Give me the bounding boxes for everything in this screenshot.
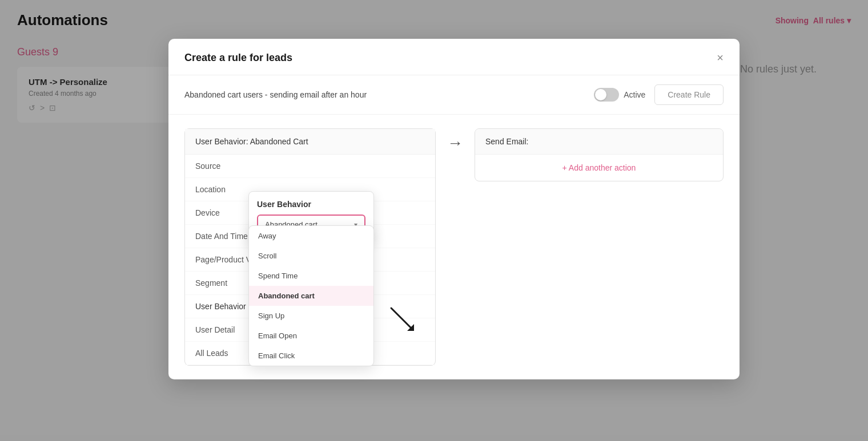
action-box: Send Email: + Add another action [475,128,724,181]
active-toggle-wrap: Active [594,88,645,102]
dropdown-item-abandoned-cart[interactable]: Abandoned cart [249,286,373,306]
arrow-pointer-icon [385,302,420,337]
dropdown-item-sign-up[interactable]: Sign Up [249,306,373,326]
modal-title: Create a rule for leads [184,52,292,64]
add-action-area: + Add another action [475,155,723,181]
flow-arrow: → [447,128,463,152]
dropdown-item-email-open[interactable]: Email Open [249,326,373,346]
create-rule-button[interactable]: Create Rule [654,84,724,105]
svg-line-0 [391,308,411,328]
right-arrow-icon: → [447,134,463,152]
dropdown-item-scroll[interactable]: Scroll [249,246,373,266]
modal-toolbar: Abandoned cart users - sending email aft… [168,75,740,115]
modal-header: Create a rule for leads × [168,39,740,75]
ub-dropdown-list: Away Scroll Spend Time Abandoned cart Si… [248,225,374,366]
trigger-item-source[interactable]: Source [185,155,435,178]
action-header: Send Email: [475,129,723,155]
dropdown-item-spend-time[interactable]: Spend Time [249,266,373,286]
toggle-knob [595,89,606,100]
add-action-button[interactable]: + Add another action [562,163,636,172]
page: Automations Showing All rules ▾ Guests 9… [0,0,868,441]
trigger-header: User Behavior: Abandoned Cart [185,129,435,155]
arrow-pointer [385,302,420,339]
close-button[interactable]: × [717,51,724,64]
toolbar-right: Active Create Rule [594,84,724,105]
active-toggle[interactable] [594,88,619,102]
ub-popup-title: User Behavior [257,200,365,209]
rule-name-label: Abandoned cart users - sending email aft… [184,90,367,99]
dropdown-item-away[interactable]: Away [249,226,373,246]
active-label: Active [624,90,645,99]
dropdown-item-email-click[interactable]: Email Click [249,346,373,366]
